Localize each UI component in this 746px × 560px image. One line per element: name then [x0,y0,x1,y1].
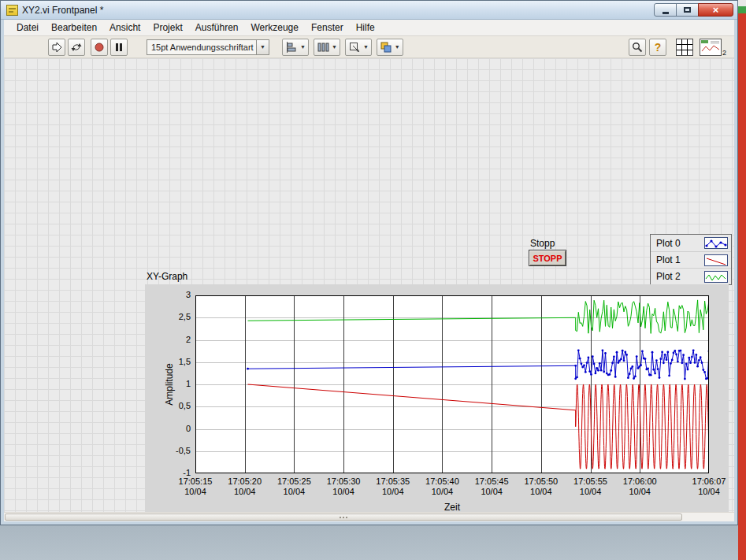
scrollbar-thumb[interactable] [5,514,682,521]
y-tick-label: 1,5 [145,357,191,366]
desktop-wallpaper-right [738,0,746,560]
x-tick-date: 10/04 [170,487,221,497]
x-tick-time: 17:06:00 [614,477,665,487]
menu-ausfuehren[interactable]: Ausführen [189,20,245,35]
chevron-down-icon: ▼ [256,40,269,54]
window-title: XY2.vi Frontpanel * [22,5,103,16]
stop-label: Stopp [530,238,555,249]
x-tick-label: 17:05:3010/04 [318,477,369,497]
x-axis-label: Zeit [444,502,460,512]
x-tick-time: 17:06:07 [684,477,734,487]
stop-button[interactable]: STOPP [529,250,566,266]
x-tick-date: 10/04 [614,487,665,497]
menu-fenster[interactable]: Fenster [305,20,350,35]
x-tick-date: 10/04 [318,487,369,497]
y-tick-label: 2,5 [145,312,191,321]
menubar: Datei Bearbeiten Ansicht Projekt Ausführ… [4,20,734,36]
x-tick-label: 17:06:0710/04 [684,477,734,497]
run-continuous-button[interactable] [68,39,85,56]
x-tick-time: 17:05:25 [269,477,319,487]
x-tick-date: 10/04 [566,487,616,497]
chevron-down-icon: ▼ [300,44,306,50]
menu-werkzeuge[interactable]: Werkzeuge [244,20,304,35]
window-content: Datei Bearbeiten Ansicht Projekt Ausführ… [4,20,734,521]
xy-graph[interactable]: Amplitude Zeit 32,521,510,50-0,5-1 17:05… [145,284,729,512]
x-tick-date: 10/04 [269,487,319,497]
abort-button[interactable] [91,39,108,56]
y-tick-label: -0,5 [145,446,191,455]
x-tick-label: 17:05:1510/04 [170,477,221,497]
chevron-down-icon: ▼ [332,44,337,50]
x-tick-label: 17:06:0010/04 [614,477,665,497]
desktop-wallpaper-bottom [0,525,738,560]
help-icon: ? [655,42,662,53]
x-tick-label: 17:05:4010/04 [417,477,467,497]
distribute-objects-button[interactable]: ▼ [314,39,340,56]
legend-sample-icon [704,254,728,266]
close-button[interactable]: × [698,3,733,17]
run-continuous-icon [70,41,83,54]
legend-item[interactable]: Plot 0 [651,235,731,251]
legend-item-label: Plot 1 [651,254,704,265]
plot-legend: Plot 0Plot 1Plot 2 [650,234,732,285]
y-tick-label: 1 [145,379,191,388]
font-selector[interactable]: 15pt Anwendungsschriftart ▼ [147,39,269,55]
x-tick-label: 17:05:2010/04 [220,477,270,497]
plot-area[interactable] [195,295,709,473]
menu-projekt[interactable]: Projekt [147,20,188,35]
horizontal-scrollbar[interactable] [4,512,734,521]
legend-sample-icon [704,237,728,249]
x-tick-label: 17:05:4510/04 [466,477,517,497]
search-button[interactable] [629,39,646,56]
graph-label: XY-Graph [147,271,187,282]
vi-icon[interactable] [700,39,722,56]
toolbar: 15pt Anwendungsschriftart ▼ ▼ [4,36,734,58]
desktop: XY2.vi Frontpanel * × Datei Bearbeiten A… [0,0,746,560]
context-help-button[interactable]: ? [649,39,666,56]
run-button[interactable] [48,39,65,56]
maximize-button[interactable] [676,3,699,17]
menu-bearbeiten[interactable]: Bearbeiten [45,20,103,35]
x-tick-date: 10/04 [368,487,418,497]
minimize-icon [662,12,669,14]
menu-hilfe[interactable]: Hilfe [350,20,381,35]
run-icon [50,41,63,54]
align-objects-icon [285,41,298,54]
search-icon [631,41,644,54]
x-tick-time: 17:05:50 [516,477,566,487]
front-panel[interactable]: Stopp STOPP Plot 0Plot 1Plot 2 XY-Graph … [4,58,734,512]
pause-icon [113,41,125,54]
pause-button[interactable] [110,39,128,56]
window-controls: × [655,3,733,17]
reorder-button[interactable]: ▼ [377,39,403,56]
legend-item[interactable]: Plot 2 [651,268,731,284]
x-tick-label: 17:05:5510/04 [566,477,616,497]
resize-objects-button[interactable]: ▼ [345,39,372,56]
titlebar[interactable]: XY2.vi Frontpanel * × [1,1,737,20]
x-tick-label: 17:05:2510/04 [269,477,319,497]
scrollbar-grip-icon [340,517,347,518]
x-tick-time: 17:05:40 [417,477,467,487]
x-tick-date: 10/04 [516,487,566,497]
menu-ansicht[interactable]: Ansicht [103,20,147,35]
y-tick-label: 0 [145,424,191,433]
legend-item-label: Plot 0 [651,238,704,249]
x-tick-date: 10/04 [220,487,270,497]
reorder-icon [380,41,392,54]
maximize-icon [684,7,691,13]
x-tick-date: 10/04 [466,487,517,497]
x-tick-label: 17:05:3510/04 [368,477,418,497]
alignment-grid-icon[interactable] [676,39,693,56]
x-tick-time: 17:05:45 [466,477,517,487]
font-selector-value: 15pt Anwendungsschriftart [151,43,254,52]
align-objects-button[interactable]: ▼ [282,39,309,56]
vi-icon-art [700,39,721,55]
y-tick-label: 3 [145,290,191,299]
x-tick-date: 10/04 [684,487,734,497]
menu-datei[interactable]: Datei [10,20,45,35]
resize-objects-icon [348,41,361,54]
x-tick-date: 10/04 [417,487,467,497]
minimize-button[interactable] [654,3,677,17]
legend-item[interactable]: Plot 1 [651,251,731,268]
abort-icon [93,41,106,54]
